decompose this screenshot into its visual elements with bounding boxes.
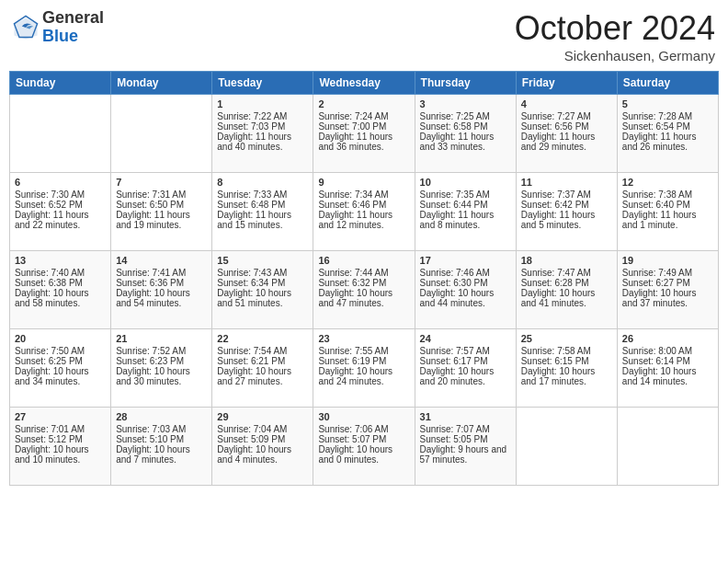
- sunrise-text: Sunrise: 7:06 AM: [318, 424, 409, 434]
- logo: General Blue: [13, 9, 104, 46]
- week-row-4: 20Sunrise: 7:50 AMSunset: 6:25 PMDayligh…: [10, 329, 719, 408]
- calendar-cell: 31Sunrise: 7:07 AMSunset: 5:05 PMDayligh…: [415, 408, 516, 486]
- sunset-text: Sunset: 5:09 PM: [217, 434, 308, 444]
- sunrise-text: Sunrise: 7:41 AM: [116, 268, 207, 278]
- calendar-cell: 1Sunrise: 7:22 AMSunset: 7:03 PMDaylight…: [212, 95, 313, 173]
- page-header: General Blue October 2024 Sickenhausen, …: [9, 9, 719, 63]
- daylight-text: Daylight: 10 hours and 20 minutes.: [420, 366, 511, 386]
- sunset-text: Sunset: 7:03 PM: [217, 121, 308, 132]
- calendar-cell: 10Sunrise: 7:35 AMSunset: 6:44 PMDayligh…: [415, 173, 516, 251]
- sunset-text: Sunset: 7:00 PM: [318, 121, 409, 132]
- calendar-cell: 9Sunrise: 7:34 AMSunset: 6:46 PMDaylight…: [313, 173, 415, 251]
- sunset-text: Sunset: 6:14 PM: [622, 356, 713, 366]
- sunrise-text: Sunrise: 7:52 AM: [116, 346, 207, 356]
- day-number: 11: [521, 177, 612, 188]
- sunrise-text: Sunrise: 7:34 AM: [318, 190, 409, 200]
- sunset-text: Sunset: 6:17 PM: [420, 356, 511, 366]
- day-number: 30: [318, 411, 409, 422]
- sunrise-text: Sunrise: 7:58 AM: [521, 346, 612, 356]
- day-number: 31: [420, 411, 511, 422]
- sunset-text: Sunset: 5:10 PM: [116, 434, 207, 444]
- sunset-text: Sunset: 6:48 PM: [217, 200, 308, 210]
- sunset-text: Sunset: 6:15 PM: [521, 356, 612, 366]
- day-number: 22: [217, 333, 308, 344]
- sunrise-text: Sunrise: 8:00 AM: [622, 346, 713, 356]
- daylight-text: Daylight: 11 hours and 36 minutes.: [318, 132, 409, 152]
- daylight-text: Daylight: 11 hours and 33 minutes.: [420, 132, 511, 152]
- calendar-cell: 30Sunrise: 7:06 AMSunset: 5:07 PMDayligh…: [313, 408, 415, 486]
- daylight-text: Daylight: 11 hours and 8 minutes.: [420, 210, 511, 230]
- sunrise-text: Sunrise: 7:47 AM: [521, 268, 612, 278]
- daylight-text: Daylight: 10 hours and 47 minutes.: [318, 288, 409, 308]
- daylight-text: Daylight: 10 hours and 0 minutes.: [318, 444, 409, 465]
- day-number: 5: [622, 98, 713, 109]
- sunrise-text: Sunrise: 7:49 AM: [622, 268, 713, 278]
- calendar-cell: 14Sunrise: 7:41 AMSunset: 6:36 PMDayligh…: [111, 251, 212, 329]
- daylight-text: Daylight: 11 hours and 26 minutes.: [622, 132, 713, 152]
- sunrise-text: Sunrise: 7:07 AM: [420, 424, 511, 434]
- day-number: 3: [420, 98, 511, 109]
- daylight-text: Daylight: 10 hours and 51 minutes.: [217, 288, 308, 308]
- day-header-saturday: Saturday: [617, 72, 718, 95]
- day-number: 25: [521, 333, 612, 344]
- daylight-text: Daylight: 10 hours and 10 minutes.: [15, 444, 106, 465]
- day-number: 27: [15, 411, 106, 422]
- day-header-tuesday: Tuesday: [212, 72, 313, 95]
- daylight-text: Daylight: 11 hours and 29 minutes.: [521, 132, 612, 152]
- calendar-cell: 5Sunrise: 7:28 AMSunset: 6:54 PMDaylight…: [617, 95, 718, 173]
- calendar-cell: [10, 95, 111, 173]
- calendar-cell: 22Sunrise: 7:54 AMSunset: 6:21 PMDayligh…: [212, 329, 313, 408]
- sunset-text: Sunset: 6:56 PM: [521, 121, 612, 132]
- logo-icon: [13, 15, 39, 40]
- sunrise-text: Sunrise: 7:37 AM: [521, 190, 612, 200]
- calendar-cell: 26Sunrise: 8:00 AMSunset: 6:14 PMDayligh…: [617, 329, 718, 408]
- calendar-cell: 6Sunrise: 7:30 AMSunset: 6:52 PMDaylight…: [10, 173, 111, 251]
- daylight-text: Daylight: 10 hours and 58 minutes.: [15, 288, 106, 308]
- sunset-text: Sunset: 6:44 PM: [420, 200, 511, 210]
- sunrise-text: Sunrise: 7:33 AM: [217, 190, 308, 200]
- week-row-2: 6Sunrise: 7:30 AMSunset: 6:52 PMDaylight…: [10, 173, 719, 251]
- day-header-monday: Monday: [111, 72, 212, 95]
- sunrise-text: Sunrise: 7:44 AM: [318, 268, 409, 278]
- calendar-cell: 21Sunrise: 7:52 AMSunset: 6:23 PMDayligh…: [111, 329, 212, 408]
- daylight-text: Daylight: 10 hours and 30 minutes.: [116, 366, 207, 386]
- day-number: 29: [217, 411, 308, 422]
- daylight-text: Daylight: 11 hours and 5 minutes.: [521, 210, 612, 230]
- day-number: 10: [420, 177, 511, 188]
- sunset-text: Sunset: 6:32 PM: [318, 278, 409, 288]
- day-header-thursday: Thursday: [415, 72, 516, 95]
- daylight-text: Daylight: 10 hours and 34 minutes.: [15, 366, 106, 386]
- sunset-text: Sunset: 5:12 PM: [15, 434, 106, 444]
- daylight-text: Daylight: 11 hours and 15 minutes.: [217, 210, 308, 230]
- sunrise-text: Sunrise: 7:27 AM: [521, 111, 612, 121]
- daylight-text: Daylight: 10 hours and 27 minutes.: [217, 366, 308, 386]
- sunset-text: Sunset: 6:34 PM: [217, 278, 308, 288]
- calendar-cell: 4Sunrise: 7:27 AMSunset: 6:56 PMDaylight…: [516, 95, 617, 173]
- calendar-cell: 2Sunrise: 7:24 AMSunset: 7:00 PMDaylight…: [313, 95, 415, 173]
- sunrise-text: Sunrise: 7:22 AM: [217, 111, 308, 121]
- daylight-text: Daylight: 10 hours and 14 minutes.: [622, 366, 713, 386]
- day-number: 24: [420, 333, 511, 344]
- day-number: 28: [116, 411, 207, 422]
- daylight-text: Daylight: 10 hours and 44 minutes.: [420, 288, 511, 308]
- sunrise-text: Sunrise: 7:25 AM: [420, 111, 511, 121]
- daylight-text: Daylight: 10 hours and 54 minutes.: [116, 288, 207, 308]
- sunset-text: Sunset: 6:27 PM: [622, 278, 713, 288]
- sunset-text: Sunset: 5:07 PM: [318, 434, 409, 444]
- sunset-text: Sunset: 6:52 PM: [15, 200, 106, 210]
- sunrise-text: Sunrise: 7:55 AM: [318, 346, 409, 356]
- calendar-cell: 25Sunrise: 7:58 AMSunset: 6:15 PMDayligh…: [516, 329, 617, 408]
- calendar-cell: 16Sunrise: 7:44 AMSunset: 6:32 PMDayligh…: [313, 251, 415, 329]
- header-row: SundayMondayTuesdayWednesdayThursdayFrid…: [10, 72, 719, 95]
- sunset-text: Sunset: 6:46 PM: [318, 200, 409, 210]
- day-number: 9: [318, 177, 409, 188]
- sunset-text: Sunset: 6:23 PM: [116, 356, 207, 366]
- calendar-cell: 3Sunrise: 7:25 AMSunset: 6:58 PMDaylight…: [415, 95, 516, 173]
- sunrise-text: Sunrise: 7:54 AM: [217, 346, 308, 356]
- month-title: October 2024: [515, 9, 715, 48]
- sunset-text: Sunset: 6:42 PM: [521, 200, 612, 210]
- sunset-text: Sunset: 6:25 PM: [15, 356, 106, 366]
- daylight-text: Daylight: 10 hours and 4 minutes.: [217, 444, 308, 465]
- logo-text: General Blue: [42, 9, 104, 46]
- calendar-cell: 23Sunrise: 7:55 AMSunset: 6:19 PMDayligh…: [313, 329, 415, 408]
